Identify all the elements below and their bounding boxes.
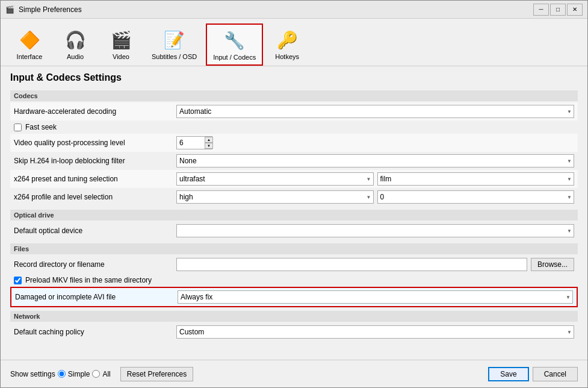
section-files: Files <box>10 243 578 254</box>
damaged-avi-control: Always fix Never fix Ask <box>178 290 573 304</box>
maximize-button[interactable]: □ <box>550 4 566 16</box>
hw-decoding-label: Hardware-accelerated decoding <box>14 107 176 116</box>
video-quality-control: ▲ ▼ <box>176 136 574 149</box>
damaged-avi-dropdown[interactable]: Always fix Never fix Ask <box>178 290 573 304</box>
video-icon: 🎬 <box>109 28 133 52</box>
record-dir-control: Browse... <box>176 258 574 271</box>
x264-profile-dropdown-wrapper: high baseline main high10 high422 high44… <box>176 190 374 204</box>
caching-policy-dropdown[interactable]: Custom Lowest latency Low latency Normal… <box>176 325 574 339</box>
section-codecs: Codecs <box>10 90 578 101</box>
section-optical: Optical drive <box>10 210 578 221</box>
simple-label: Simple <box>68 370 90 378</box>
skip-h264-dropdown-wrapper: None All Non-ref <box>176 154 574 167</box>
cancel-button[interactable]: Cancel <box>533 367 578 381</box>
damaged-avi-label: Damaged or incomplete AVI file <box>15 293 178 301</box>
optical-device-dropdown-wrapper <box>176 224 574 237</box>
nav-tabs: 🔶 Interface 🎧 Audio 🎬 Video 📝 Subtitles … <box>1 19 587 66</box>
tab-audio[interactable]: 🎧 Audio <box>54 23 97 66</box>
hw-decoding-control: Automatic None Any <box>176 105 574 118</box>
simple-radio-label[interactable]: Simple <box>58 370 90 378</box>
x264-tuning-dropdown[interactable]: film animation grain stillimage psnr ssi… <box>377 172 575 186</box>
tab-hotkeys[interactable]: 🔑 Hotkeys <box>265 23 309 66</box>
titlebar: 🎬 Simple Preferences ─ □ ✕ <box>1 1 587 19</box>
simple-radio[interactable] <box>58 370 66 378</box>
row-optical-device: Default optical device <box>10 222 578 240</box>
interface-icon: 🔶 <box>17 28 42 52</box>
row-caching-policy: Default caching policy Custom Lowest lat… <box>10 323 578 341</box>
reset-button[interactable]: Reset Preferences <box>120 367 193 381</box>
browse-button[interactable]: Browse... <box>531 258 574 271</box>
row-x264-profile: x264 profile and level selection high ba… <box>10 188 578 206</box>
minimize-button[interactable]: ─ <box>533 4 549 16</box>
tab-hotkeys-label: Hotkeys <box>275 53 299 60</box>
tab-audio-label: Audio <box>67 53 84 60</box>
hotkeys-icon: 🔑 <box>275 28 299 52</box>
x264-profile-control: high baseline main high10 high422 high44… <box>176 190 574 204</box>
row-video-quality: Video quality post-processing level ▲ ▼ <box>10 134 578 152</box>
preload-mkv-checkbox[interactable] <box>14 277 22 284</box>
video-quality-spinbox: ▲ ▼ <box>176 136 212 149</box>
window-title: Simple Preferences <box>19 5 533 14</box>
optical-device-dropdown[interactable] <box>176 224 574 237</box>
show-settings-label: Show settings <box>10 370 55 378</box>
page-title: Input & Codecs Settings <box>1 66 587 87</box>
row-skip-h264: Skip H.264 in-loop deblocking filter Non… <box>10 152 578 170</box>
x264-preset-dropdown[interactable]: ultrafast superfast veryfast faster fast… <box>176 172 374 186</box>
all-radio[interactable] <box>92 370 100 378</box>
x264-profile-label: x264 profile and level selection <box>14 193 176 201</box>
fast-seek-checkbox[interactable] <box>14 124 22 131</box>
x264-preset-label: x264 preset and tuning selection <box>14 175 176 183</box>
x264-preset-dropdown-wrapper: ultrafast superfast veryfast faster fast… <box>176 172 374 186</box>
section-network: Network <box>10 311 578 322</box>
audio-icon: 🎧 <box>63 28 87 52</box>
close-button[interactable]: ✕ <box>567 4 583 16</box>
optical-device-control <box>176 224 574 237</box>
all-label: All <box>102 370 110 378</box>
spinbox-up[interactable]: ▲ <box>205 137 213 143</box>
footer-actions: Save Cancel <box>488 367 578 381</box>
tab-video[interactable]: 🎬 Video <box>99 23 143 66</box>
record-dir-input[interactable] <box>176 258 527 271</box>
tab-subtitles[interactable]: 📝 Subtitles / OSD <box>145 23 203 66</box>
damaged-avi-dropdown-wrapper: Always fix Never fix Ask <box>178 290 573 304</box>
save-button[interactable]: Save <box>488 367 528 381</box>
tab-input[interactable]: 🔧 Input / Codecs <box>206 23 263 66</box>
caching-policy-control: Custom Lowest latency Low latency Normal… <box>176 325 574 339</box>
main-window: 🎬 Simple Preferences ─ □ ✕ 🔶 Interface 🎧… <box>0 0 588 388</box>
record-dir-label: Record directory or filename <box>14 260 176 269</box>
x264-level-dropdown[interactable]: 0 1 2 3 4 <box>377 190 575 204</box>
video-quality-input[interactable] <box>179 139 203 147</box>
video-quality-label: Video quality post-processing level <box>14 139 176 147</box>
x264-profile-dropdown[interactable]: high baseline main high10 high422 high44… <box>176 190 374 204</box>
titlebar-buttons: ─ □ ✕ <box>533 4 583 16</box>
row-hw-decoding: Hardware-accelerated decoding Automatic … <box>10 102 578 120</box>
skip-h264-control: None All Non-ref <box>176 154 574 167</box>
spinbox-arrows: ▲ ▼ <box>205 137 213 149</box>
tab-input-label: Input / Codecs <box>213 54 256 61</box>
input-icon: 🔧 <box>223 28 247 52</box>
caching-policy-label: Default caching policy <box>14 328 176 336</box>
row-fast-seek: Fast seek <box>10 120 578 134</box>
row-damaged-avi: Damaged or incomplete AVI file Always fi… <box>10 287 578 307</box>
x264-preset-control: ultrafast superfast veryfast faster fast… <box>176 172 574 186</box>
scroll-area[interactable]: Codecs Hardware-accelerated decoding Aut… <box>1 87 587 360</box>
optical-device-label: Default optical device <box>14 227 176 235</box>
preload-mkv-label: Preload MKV files in the same directory <box>25 276 152 284</box>
x264-tuning-dropdown-wrapper: film animation grain stillimage psnr ssi… <box>377 172 575 186</box>
caching-policy-dropdown-wrapper: Custom Lowest latency Low latency Normal… <box>176 325 574 339</box>
skip-h264-label: Skip H.264 in-loop deblocking filter <box>14 157 176 165</box>
spinbox-down[interactable]: ▼ <box>205 143 213 149</box>
app-icon: 🎬 <box>5 5 15 14</box>
content-area: Input & Codecs Settings Codecs Hardware-… <box>1 66 587 387</box>
hw-decoding-dropdown[interactable]: Automatic None Any <box>176 105 574 118</box>
tab-interface[interactable]: 🔶 Interface <box>8 23 51 66</box>
show-settings: Show settings Simple All Reset Preferenc… <box>10 367 193 381</box>
row-record-dir: Record directory or filename Browse... <box>10 255 578 274</box>
tab-interface-label: Interface <box>17 53 43 60</box>
skip-h264-dropdown[interactable]: None All Non-ref <box>176 154 574 167</box>
fast-seek-label: Fast seek <box>25 123 57 131</box>
row-x264-preset: x264 preset and tuning selection ultrafa… <box>10 170 578 188</box>
row-preload-mkv: Preload MKV files in the same directory <box>10 274 578 287</box>
hw-decoding-dropdown-wrapper: Automatic None Any <box>176 105 574 118</box>
all-radio-label[interactable]: All <box>92 370 110 378</box>
